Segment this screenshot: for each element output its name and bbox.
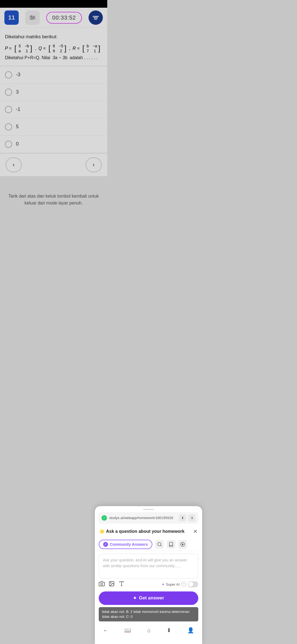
overlay-dim — [0, 0, 107, 232]
